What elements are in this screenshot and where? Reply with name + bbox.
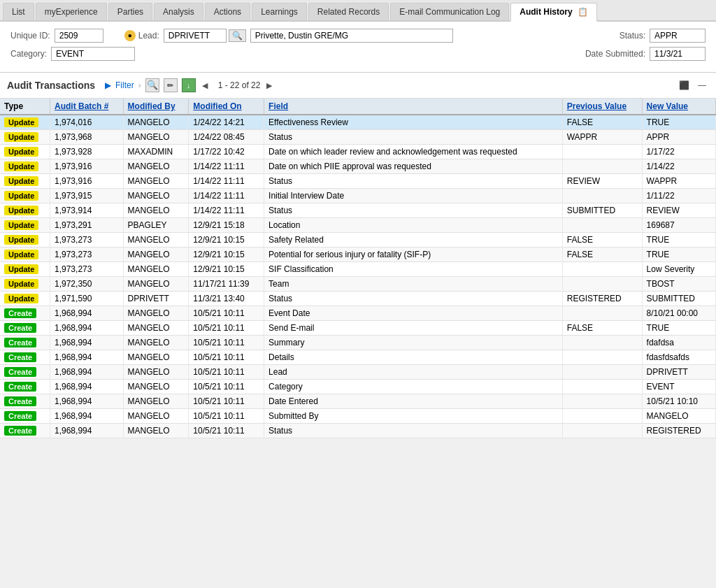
cell-batch: 1,973,915 — [50, 189, 124, 203]
cell-modified-on: 1/14/22 11:11 — [189, 174, 264, 189]
col-prev-value[interactable]: Previous Value — [562, 99, 642, 115]
cell-modified-by: MANGELO — [123, 350, 189, 365]
cell-field: Effectiveness Review — [264, 115, 563, 130]
tab-audit-history[interactable]: Audit History 📋 — [510, 3, 597, 22]
cell-new-value: 169687 — [642, 218, 715, 233]
status-input[interactable] — [650, 29, 706, 43]
cell-new-value: 8/10/21 00:00 — [642, 306, 715, 321]
cell-modified-on: 12/9/21 10:15 — [189, 262, 264, 277]
cell-field: Safety Related — [264, 233, 563, 248]
table-row[interactable]: Update 1,971,590 DPRIVETT 11/3/21 13:40 … — [0, 292, 716, 306]
filter-button[interactable]: Filter — [115, 80, 134, 90]
table-row[interactable]: Update 1,973,915 MANGELO 1/14/22 11:11 I… — [0, 189, 716, 203]
export-icon[interactable]: ⬛ — [677, 78, 691, 92]
edit-button[interactable]: ✏ — [164, 78, 178, 92]
cell-new-value: REVIEW — [642, 203, 715, 218]
cell-modified-by: MANGELO — [123, 262, 189, 277]
table-row[interactable]: Create 1,968,994 MANGELO 10/5/21 10:11 L… — [0, 365, 716, 380]
tab-list[interactable]: List — [3, 3, 34, 20]
table-row[interactable]: Create 1,968,994 MANGELO 10/5/21 10:11 D… — [0, 350, 716, 365]
cell-new-value: TBOST — [642, 277, 715, 292]
col-field[interactable]: Field — [264, 99, 563, 115]
cell-batch: 1,968,994 — [50, 306, 124, 321]
cell-new-value: MANGELO — [642, 409, 715, 424]
audit-table: Type Audit Batch # Modified By Modified … — [0, 99, 716, 438]
nav-prev-button[interactable]: ◀ — [200, 80, 210, 91]
cell-type: Create — [0, 409, 50, 424]
table-row[interactable]: Update 1,973,916 MANGELO 1/14/22 11:11 S… — [0, 174, 716, 189]
lead-search-button[interactable]: 🔍 — [229, 29, 246, 42]
cell-type: Update — [0, 262, 50, 277]
lead-name-input[interactable] — [250, 29, 453, 43]
cell-modified-by: DPRIVETT — [123, 292, 189, 306]
table-row[interactable]: Update 1,973,273 MANGELO 12/9/21 10:15 S… — [0, 262, 716, 277]
cell-modified-by: MANGELO — [123, 174, 189, 189]
cell-modified-by: MANGELO — [123, 277, 189, 292]
cell-batch: 1,973,273 — [50, 233, 124, 248]
cell-modified-on: 10/5/21 10:11 — [189, 409, 264, 424]
cell-type: Create — [0, 336, 50, 350]
cell-modified-by: MANGELO — [123, 306, 189, 321]
tab-parties[interactable]: Parties — [108, 3, 152, 20]
cell-type: Update — [0, 145, 50, 159]
table-row[interactable]: Create 1,968,994 MANGELO 10/5/21 10:11 S… — [0, 336, 716, 350]
cell-prev-value: WAPPR — [562, 130, 642, 145]
cell-type: Create — [0, 306, 50, 321]
cell-modified-by: PBAGLEY — [123, 218, 189, 233]
table-row[interactable]: Create 1,968,994 MANGELO 10/5/21 10:11 E… — [0, 306, 716, 321]
table-row[interactable]: Update 1,973,273 MANGELO 12/9/21 10:15 S… — [0, 233, 716, 248]
table-row[interactable]: Update 1,972,350 MANGELO 11/17/21 11:39 … — [0, 277, 716, 292]
table-row[interactable]: Create 1,968,994 MANGELO 10/5/21 10:11 D… — [0, 394, 716, 409]
cell-batch: 1,974,016 — [50, 115, 124, 130]
zoom-out-button[interactable]: 🔍 — [145, 78, 159, 92]
cell-new-value: TRUE — [642, 233, 715, 248]
cell-type: Create — [0, 321, 50, 336]
col-modified-by[interactable]: Modified By — [123, 99, 189, 115]
table-row[interactable]: Create 1,968,994 MANGELO 10/5/21 10:11 S… — [0, 321, 716, 336]
table-row[interactable]: Update 1,973,968 MANGELO 1/24/22 08:45 S… — [0, 130, 716, 145]
tab-myexperience[interactable]: myExperience — [36, 3, 107, 20]
table-row[interactable]: Create 1,968,994 MANGELO 10/5/21 10:11 C… — [0, 380, 716, 394]
tab-actions[interactable]: Actions — [205, 3, 250, 20]
collapse-icon[interactable]: — — [695, 78, 709, 92]
unique-id-input[interactable] — [55, 29, 103, 43]
table-row[interactable]: Update 1,973,914 MANGELO 1/14/22 11:11 S… — [0, 203, 716, 218]
category-input[interactable] — [51, 47, 135, 61]
table-row[interactable]: Update 1,974,016 MANGELO 1/24/22 14:21 E… — [0, 115, 716, 130]
table-row[interactable]: Update 1,973,291 PBAGLEY 12/9/21 15:18 L… — [0, 218, 716, 233]
tab-analysis[interactable]: Analysis — [154, 3, 203, 20]
download-button[interactable]: ↓ — [182, 78, 196, 92]
cell-field: Date Entered — [264, 394, 563, 409]
cell-field: Details — [264, 350, 563, 365]
cell-new-value: TRUE — [642, 321, 715, 336]
cell-modified-on: 11/17/21 11:39 — [189, 277, 264, 292]
tab-learnings[interactable]: Learnings — [252, 3, 307, 20]
cell-new-value: APPR — [642, 130, 715, 145]
filter-triangle-icon[interactable]: ▶ — [105, 80, 111, 90]
cell-type: Create — [0, 350, 50, 365]
cell-batch: 1,973,916 — [50, 159, 124, 174]
cell-batch: 1,968,994 — [50, 350, 124, 365]
table-row[interactable]: Create 1,968,994 MANGELO 10/5/21 10:11 S… — [0, 409, 716, 424]
lead-input[interactable] — [164, 29, 227, 43]
cell-prev-value — [562, 306, 642, 321]
audit-table-container: Type Audit Batch # Modified By Modified … — [0, 99, 716, 438]
cell-batch: 1,973,916 — [50, 174, 124, 189]
cell-type: Update — [0, 115, 50, 130]
cell-modified-by: MANGELO — [123, 380, 189, 394]
cell-field: Status — [264, 424, 563, 438]
date-submitted-input[interactable] — [650, 47, 706, 61]
table-row[interactable]: Update 1,973,273 MANGELO 12/9/21 10:15 P… — [0, 248, 716, 262]
cell-prev-value: FALSE — [562, 233, 642, 248]
col-batch[interactable]: Audit Batch # — [50, 99, 124, 115]
cell-prev-value — [562, 189, 642, 203]
tab-related-records[interactable]: Related Records — [308, 3, 389, 20]
tab-email-communication-log[interactable]: E-mail Communication Log — [390, 3, 509, 20]
nav-next-button[interactable]: ▶ — [264, 80, 274, 91]
table-row[interactable]: Update 1,973,916 MANGELO 1/14/22 11:11 D… — [0, 159, 716, 174]
table-row[interactable]: Create 1,968,994 MANGELO 10/5/21 10:11 S… — [0, 424, 716, 438]
table-row[interactable]: Update 1,973,928 MAXADMIN 1/17/22 10:42 … — [0, 145, 716, 159]
col-new-value[interactable]: New Value — [642, 99, 715, 115]
col-modified-on[interactable]: Modified On — [189, 99, 264, 115]
cell-new-value: WAPPR — [642, 174, 715, 189]
